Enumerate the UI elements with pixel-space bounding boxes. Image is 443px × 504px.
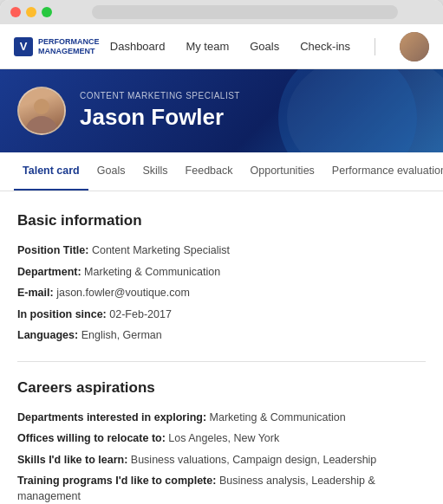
careers-title: Careers aspirations [17, 379, 426, 397]
nav-links: Dashboard My team Goals Check-ins [110, 32, 429, 61]
label-departments: Departments interested in exploring: [17, 411, 206, 423]
navbar: V PERFORMANCEMANAGEMENT Dashboard My tea… [0, 24, 443, 69]
tab-talent-card[interactable]: Talent card [14, 152, 88, 191]
brand: V PERFORMANCEMANAGEMENT [14, 37, 100, 56]
label-email: E-mail: [17, 287, 54, 299]
value-position-title: Content Marketing Specialist [92, 244, 230, 256]
profile-info: CONTENT MARKETING SPECIALIST Jason Fowle… [80, 91, 240, 131]
tab-performance-evaluation[interactable]: Performance evaluation [323, 152, 443, 191]
field-relocate: Offices willing to relocate to: Los Ange… [17, 431, 426, 447]
brand-logo: V [14, 37, 33, 56]
field-in-position-since: In position since: 02-Feb-2017 [17, 307, 426, 323]
field-departments: Departments interested in exploring: Mar… [17, 410, 426, 426]
value-email: jason.fowler@voutique.com [56, 287, 190, 299]
label-languages: Languages: [17, 329, 78, 341]
profile-avatar [17, 87, 66, 135]
label-in-position-since: In position since: [17, 308, 107, 320]
field-skills-learn: Skills I'd like to learn: Business valua… [17, 453, 426, 468]
title-bar [0, 0, 443, 24]
value-relocate: Los Angeles, New York [168, 432, 279, 444]
label-position-title: Position Title: [17, 244, 88, 256]
label-department: Department: [17, 266, 81, 278]
url-bar[interactable] [92, 5, 398, 19]
nav-my-team[interactable]: My team [186, 40, 229, 53]
value-departments: Marketing & Communication [210, 411, 346, 423]
field-position-title: Position Title: Content Marketing Specia… [17, 243, 426, 259]
maximize-button[interactable] [42, 7, 52, 17]
brand-name: PERFORMANCEMANAGEMENT [38, 37, 100, 56]
label-training: Training programs I'd like to complete: [17, 475, 216, 487]
close-button[interactable] [10, 7, 21, 17]
app-window: V PERFORMANCEMANAGEMENT Dashboard My tea… [0, 0, 443, 504]
label-relocate: Offices willing to relocate to: [17, 432, 166, 444]
value-department: Marketing & Communication [84, 266, 220, 278]
section-divider [17, 361, 426, 362]
brand-letter: V [20, 40, 28, 53]
nav-divider [375, 38, 375, 55]
field-languages: Languages: English, German [17, 328, 426, 344]
field-department: Department: Marketing & Communication [17, 265, 426, 281]
basic-info-title: Basic information [17, 212, 426, 229]
tab-skills[interactable]: Skills [134, 152, 176, 191]
value-languages: English, German [81, 329, 162, 341]
nav-goals[interactable]: Goals [250, 40, 279, 53]
avatar-image [400, 32, 429, 61]
tab-opportunities[interactable]: Opportunities [242, 152, 323, 191]
nav-dashboard[interactable]: Dashboard [110, 40, 166, 53]
basic-info-fields: Position Title: Content Marketing Specia… [17, 243, 426, 344]
tab-feedback[interactable]: Feedback [177, 152, 242, 191]
tab-goals[interactable]: Goals [88, 152, 134, 191]
field-training: Training programs I'd like to complete: … [17, 474, 426, 504]
careers-fields: Departments interested in exploring: Mar… [17, 410, 426, 505]
tabs: Talent card Goals Skills Feedback Opport… [0, 152, 443, 191]
field-email: E-mail: jason.fowler@voutique.com [17, 286, 426, 301]
value-skills-learn: Business valuations, Campaign design, Le… [131, 454, 377, 466]
label-skills-learn: Skills I'd like to learn: [17, 454, 127, 466]
value-in-position-since: 02-Feb-2017 [109, 308, 172, 320]
user-avatar[interactable] [400, 32, 429, 61]
profile-header: CONTENT MARKETING SPECIALIST Jason Fowle… [0, 69, 443, 152]
minimize-button[interactable] [26, 7, 36, 17]
nav-check-ins[interactable]: Check-ins [300, 40, 350, 53]
content-area: Basic information Position Title: Conten… [0, 191, 443, 504]
profile-role: CONTENT MARKETING SPECIALIST [80, 91, 240, 100]
profile-name: Jason Fowler [80, 104, 240, 131]
